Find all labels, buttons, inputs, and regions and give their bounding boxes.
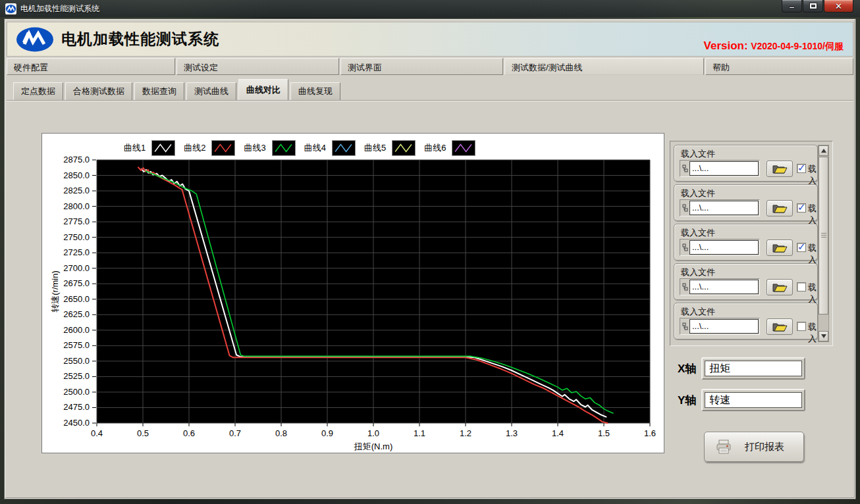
check-icon: ✓: [797, 162, 806, 174]
y-tick-label: 2475.0: [63, 402, 90, 412]
main-tab-bar: 硬件配置 测试设定 测试界面 测试数据/测试曲线 帮助: [7, 58, 853, 75]
legend-item: 曲线4: [304, 140, 356, 156]
x-tick-label: 1.4: [552, 428, 564, 438]
y-tick-label: 2575.0: [63, 340, 90, 350]
path-icon: [681, 319, 689, 334]
y-tick-label: 2850.0: [63, 170, 90, 180]
browse-folder-button[interactable]: [766, 200, 793, 216]
file-loader-group: 载入文件...\...载入: [674, 303, 818, 340]
y-tick-label: 2600.0: [63, 325, 90, 335]
y-tick-label: 2625.0: [63, 309, 90, 319]
load-checkbox-label: 载入: [808, 321, 817, 345]
file-path-field[interactable]: ...\...: [680, 318, 760, 335]
check-icon: ✓: [797, 241, 806, 253]
file-loader-group: 载入文件...\...✓载入: [674, 145, 818, 182]
page-title: 电机加载性能测试系统: [61, 22, 219, 56]
load-file-label: 载入文件: [681, 266, 715, 278]
file-path-field[interactable]: ...\...: [680, 278, 760, 295]
subtab-test-curve[interactable]: 测试曲线: [186, 82, 236, 101]
legend-swatch-icon[interactable]: [452, 140, 475, 156]
subtab-curve-replay[interactable]: 曲线复现: [290, 82, 340, 101]
tab-test-screen[interactable]: 测试界面: [340, 58, 503, 75]
tab-test-data-curves[interactable]: 测试数据/测试曲线: [504, 58, 704, 75]
folder-open-icon: [772, 242, 788, 253]
print-report-button[interactable]: 打印报表: [704, 432, 804, 462]
load-file-label: 载入文件: [681, 148, 715, 160]
browse-folder-button[interactable]: [766, 161, 793, 177]
tab-hardware-config[interactable]: 硬件配置: [7, 58, 175, 75]
legend-swatch-icon[interactable]: [211, 140, 235, 156]
legend-item: 曲线3: [244, 140, 295, 156]
app-icon: [5, 3, 16, 14]
x-tick-label: 0.6: [183, 428, 195, 438]
subtab-data-query[interactable]: 数据查询: [134, 82, 184, 101]
scroll-up-button[interactable]: [819, 145, 828, 156]
x-axis-input[interactable]: 扭矩: [701, 357, 805, 380]
subtab-qualified-test-data[interactable]: 合格测试数据: [65, 82, 132, 101]
y-tick-label: 2725.0: [63, 247, 90, 257]
browse-folder-button[interactable]: [766, 239, 793, 256]
window-title: 电机加载性能测试系统: [20, 3, 99, 14]
load-checkbox[interactable]: ✓: [797, 164, 806, 173]
file-path-value: ...\...: [689, 319, 759, 334]
scroll-down-button[interactable]: [819, 331, 828, 341]
load-file-label: 载入文件: [681, 227, 715, 239]
x-tick-label: 0.9: [321, 428, 333, 438]
legend-label: 曲线5: [364, 142, 386, 154]
y-axis-title: 转速(r/min): [50, 270, 60, 313]
arrow-down-icon: [821, 334, 826, 338]
maximize-button[interactable]: [803, 0, 823, 13]
load-checkbox[interactable]: ✓: [797, 203, 806, 213]
curve-compare-chart: 0.40.50.60.70.80.91.01.11.21.31.41.51.62…: [41, 133, 664, 453]
y-axis-input[interactable]: 转速: [701, 389, 805, 411]
legend-label: 曲线6: [424, 142, 446, 154]
y-tick-label: 2550.0: [63, 356, 90, 366]
legend-item: 曲线5: [364, 140, 416, 156]
legend-label: 曲线4: [304, 142, 326, 154]
x-tick-label: 1.5: [598, 428, 610, 438]
load-checkbox[interactable]: [797, 322, 806, 331]
y-axis-selector-row: Y轴 转速: [678, 389, 805, 411]
legend-swatch-icon[interactable]: [272, 140, 296, 156]
check-icon: ✓: [797, 201, 806, 213]
x-axis-label: X轴: [678, 361, 696, 376]
close-button[interactable]: ✕: [824, 0, 853, 13]
browse-folder-button[interactable]: [766, 318, 793, 335]
file-path-field[interactable]: ...\...: [680, 239, 760, 256]
minimize-icon: [789, 7, 795, 9]
x-tick-label: 0.7: [229, 428, 241, 438]
load-checkbox[interactable]: ✓: [797, 243, 806, 252]
load-checkbox-label: 载入: [808, 282, 817, 305]
legend-swatch-icon[interactable]: [392, 140, 416, 156]
legend-item: 曲线2: [184, 140, 235, 156]
printer-icon: [715, 439, 732, 455]
subtab-fixed-point-data[interactable]: 定点数据: [13, 82, 63, 101]
file-path-value: ...\...: [689, 201, 759, 215]
x-tick-label: 1.1: [414, 428, 425, 438]
x-tick-label: 0.4: [91, 428, 103, 438]
load-checkbox-label: 载入: [808, 203, 817, 226]
x-tick-label: 0.5: [137, 428, 149, 438]
x-tick-label: 1.2: [460, 428, 471, 438]
file-list-scrollbar[interactable]: [818, 145, 829, 342]
y-tick-label: 2500.0: [63, 387, 90, 397]
y-axis-value: 转速: [705, 392, 802, 408]
minimize-button[interactable]: [782, 0, 802, 13]
tab-test-settings[interactable]: 测试设定: [176, 58, 339, 75]
file-path-value: ...\...: [689, 161, 759, 176]
scrollbar-thumb[interactable]: [819, 157, 828, 315]
browse-folder-button[interactable]: [766, 279, 793, 295]
legend-swatch-icon[interactable]: [332, 140, 356, 156]
x-axis-value: 扭矩: [705, 361, 802, 376]
thumb-grip-icon: [821, 233, 826, 238]
company-logo-icon: [15, 26, 55, 53]
tab-help[interactable]: 帮助: [705, 58, 853, 75]
subtab-curve-compare[interactable]: 曲线对比: [238, 79, 288, 101]
file-path-field[interactable]: ...\...: [680, 199, 760, 216]
file-loader-group: 载入文件...\...✓载入: [674, 184, 818, 221]
y-tick-label: 2525.0: [63, 371, 90, 381]
y-tick-label: 2650.0: [63, 294, 90, 304]
legend-swatch-icon[interactable]: [151, 140, 175, 156]
load-checkbox[interactable]: [797, 282, 806, 291]
file-path-field[interactable]: ...\...: [680, 160, 760, 177]
